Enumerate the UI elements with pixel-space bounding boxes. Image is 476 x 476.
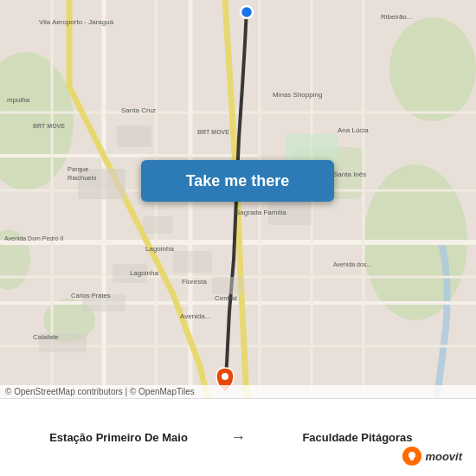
destination-label: Faculdade Pitágoras bbox=[253, 431, 462, 444]
svg-text:Calafate: Calafate bbox=[33, 333, 59, 341]
arrow-icon: → bbox=[230, 428, 246, 447]
svg-text:Ribeirão...: Ribeirão... bbox=[381, 13, 412, 21]
svg-text:Floresta: Floresta bbox=[182, 278, 207, 286]
svg-rect-26 bbox=[212, 277, 242, 294]
copyright-notice: © OpenStreetMap contributors | © OpenMap… bbox=[0, 385, 476, 398]
svg-rect-23 bbox=[143, 216, 173, 234]
copyright-text: © OpenStreetMap contributors | © OpenMap… bbox=[5, 387, 195, 396]
svg-point-53 bbox=[222, 373, 228, 380]
svg-point-52 bbox=[241, 6, 253, 18]
svg-text:Ana Lúcia: Ana Lúcia bbox=[338, 126, 369, 134]
svg-text:Lagoinha: Lagoinha bbox=[130, 269, 158, 277]
origin-label: Estação Primeiro De Maio bbox=[14, 431, 223, 444]
svg-text:Central: Central bbox=[215, 294, 237, 302]
svg-text:Carlos Prates: Carlos Prates bbox=[71, 292, 111, 299]
svg-text:BRT MOVE: BRT MOVE bbox=[197, 129, 229, 135]
svg-text:Sagrada Família: Sagrada Família bbox=[235, 209, 286, 216]
svg-text:Lagoinha: Lagoinha bbox=[145, 245, 174, 253]
svg-text:mpulha: mpulha bbox=[7, 96, 30, 104]
svg-rect-21 bbox=[117, 125, 151, 147]
moovit-logo-icon bbox=[402, 447, 421, 466]
moovit-brand-name: moovit bbox=[425, 450, 462, 463]
svg-point-54 bbox=[408, 452, 415, 459]
svg-rect-25 bbox=[173, 251, 212, 273]
svg-text:Santa Inês: Santa Inês bbox=[333, 170, 366, 178]
map: Vila Aeroporto - Jaraguá Ribeirão... mpu… bbox=[0, 0, 476, 398]
svg-text:BRT MOVE: BRT MOVE bbox=[33, 123, 65, 129]
svg-text:Avenida...: Avenida... bbox=[180, 312, 210, 320]
svg-text:Riachuelo: Riachuelo bbox=[68, 174, 96, 182]
svg-rect-55 bbox=[410, 458, 414, 460]
svg-text:Minas Shopping: Minas Shopping bbox=[273, 91, 322, 99]
svg-text:Avenida dos...: Avenida dos... bbox=[333, 261, 371, 267]
svg-text:Santa Cruz: Santa Cruz bbox=[121, 106, 156, 114]
svg-text:Parque: Parque bbox=[68, 165, 88, 173]
moovit-logo: moovit bbox=[402, 447, 462, 466]
take-me-there-button[interactable]: Take me there bbox=[141, 160, 334, 202]
svg-text:Avenida Dom Pedro II: Avenida Dom Pedro II bbox=[4, 235, 63, 241]
route-bottom-bar: Estação Primeiro De Maio → Faculdade Pit… bbox=[0, 398, 476, 476]
svg-point-3 bbox=[389, 17, 476, 121]
svg-text:Vila Aeroporto - Jaraguá: Vila Aeroporto - Jaraguá bbox=[39, 18, 114, 26]
